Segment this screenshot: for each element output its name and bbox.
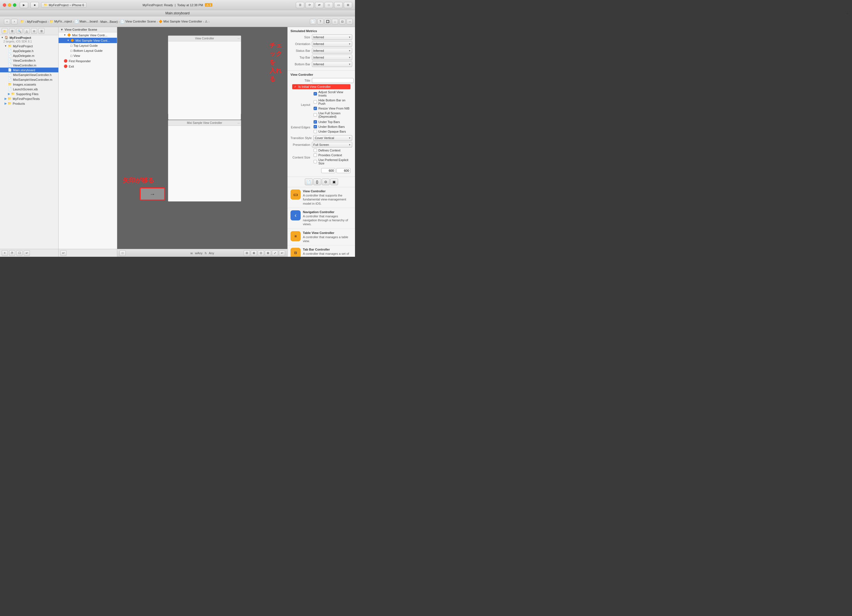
attributes-inspector-btn[interactable]: ↓ — [332, 19, 338, 24]
topbar-dropdown[interactable]: Inferred ▼ — [312, 55, 352, 60]
inspector-tab-clock[interactable]: ⊙ — [322, 179, 330, 185]
warning-badge[interactable]: ⚠ 1 — [205, 3, 213, 7]
nav-appdelegate-h[interactable]: 📄 AppDelegate.h — [0, 48, 58, 53]
breadcrumb-scene[interactable]: 📄 View Controller Scene — [121, 20, 156, 23]
nav-tests[interactable]: ▶ 📁 MyFirstProjectTests — [0, 96, 58, 101]
zoom-in-btn[interactable]: ⊞ — [251, 250, 257, 256]
nav-viewcontroller-m[interactable]: 📄 ViewController.m — [0, 63, 58, 68]
size-value: Inferred — [313, 35, 324, 39]
close-button[interactable] — [3, 3, 6, 7]
scene1-storyboard[interactable]: View Controller — — [168, 35, 241, 114]
is-initial-checkbox[interactable]: ✓ — [294, 85, 297, 89]
nav-mixi-m[interactable]: 📄 MixiSampleViewController.m — [0, 77, 58, 82]
nav-images[interactable]: 📁 Images.xcassets — [0, 82, 58, 87]
view-toggle-1[interactable]: ☰ — [296, 2, 304, 8]
under-opaque-cb[interactable] — [314, 130, 317, 133]
transition-style-dropdown[interactable]: Cover Vertical ▼ — [313, 135, 352, 141]
scene-view[interactable]: □ View — [59, 53, 117, 58]
view-toggle-4[interactable]: □ — [325, 2, 333, 8]
orientation-dropdown[interactable]: Inferred ▼ — [312, 41, 352, 47]
presentation-dropdown[interactable]: Full Screen ▼ — [312, 142, 352, 148]
maximize-button[interactable] — [13, 3, 17, 7]
inspector-tab-file[interactable]: 📄 — [305, 179, 313, 185]
nav-next-button[interactable]: › — [11, 19, 17, 24]
connections-inspector-btn[interactable]: → — [346, 19, 353, 24]
adjust-scroll-cb[interactable]: ✓ — [314, 92, 317, 95]
breadcrumb-project[interactable]: MyFirstProject — [27, 20, 47, 23]
width-input[interactable] — [321, 168, 335, 173]
filter-btn[interactable]: △ — [24, 28, 30, 34]
scene-top-layout[interactable]: □ Top Layout Guide — [59, 43, 117, 48]
size-inspector-btn[interactable]: ⊡ — [339, 19, 346, 24]
git-btn[interactable]: ⊙ — [31, 28, 37, 34]
inspector-tab-grid[interactable]: ▣ — [330, 179, 338, 185]
scene-mixi-root[interactable]: ▼ 🔶 Mixi Sample View Contr... — [59, 32, 117, 38]
breadcrumb-base[interactable]: Main...Base) — [100, 20, 118, 23]
nav-products[interactable]: ▶ 📁 Products — [0, 101, 58, 106]
nav-mixi-h[interactable]: 📄 MixiSampleViewController.h — [0, 72, 58, 77]
provides-context-cb[interactable] — [314, 154, 317, 157]
vc-title-label: Title — [290, 79, 310, 82]
zoom-fit-btn2[interactable]: ⊡ — [258, 250, 264, 256]
view-toggle-6[interactable]: ⊞ — [344, 2, 352, 8]
vc-text: View Controller A controller that suppor… — [303, 190, 352, 206]
folder-btn[interactable]: 📁 — [2, 28, 8, 34]
quick-help-btn[interactable]: ? — [317, 19, 323, 24]
zoom-out-btn[interactable]: ⊟ — [244, 250, 250, 256]
scene-first-responder[interactable]: 🔴 First Responder — [59, 58, 117, 64]
list-btn[interactable]: ☰ — [9, 28, 15, 34]
identity-inspector-btn[interactable]: 🔲 — [325, 19, 331, 24]
scene-exit[interactable]: 🔴 Exit — [59, 64, 117, 69]
clock-btn[interactable]: ☰ — [38, 28, 44, 34]
run-button[interactable]: ▶ — [20, 2, 28, 8]
inspector-tab-code[interactable]: {} — [313, 179, 321, 185]
stop-button[interactable]: ■ — [30, 2, 39, 8]
breadcrumb-controller[interactable]: 🔶 Mixi Sample View Controller — [159, 20, 202, 23]
file-icon: 📄 — [8, 54, 12, 57]
defines-context-cb[interactable] — [314, 149, 317, 152]
scene-outline-header[interactable]: ▼ View Controller Scene — [59, 27, 117, 32]
canvas-area[interactable]: View Controller — チェックを 入れる Mixi Sample … — [117, 27, 287, 257]
file-inspector-btn[interactable]: 📄 — [310, 19, 316, 24]
size-dropdown[interactable]: Inferred ▼ — [312, 35, 352, 40]
minimize-button[interactable] — [8, 3, 11, 7]
nav-main-storyboard[interactable]: 📄 Main.storyboard — [0, 68, 58, 72]
nav-root[interactable]: ▼ 🏠 MyFirstProject — [0, 35, 58, 40]
zoom-fit-btn[interactable]: □ — [119, 250, 125, 256]
filter-btn[interactable]: ⏱ — [9, 250, 15, 256]
scene2-storyboard[interactable]: Mixi Sample View Controller — — [168, 120, 241, 202]
under-bottom-cb[interactable]: ✓ — [314, 125, 317, 128]
use-preferred-cb[interactable] — [314, 160, 317, 163]
nav-prev-button[interactable]: ‹ — [4, 19, 10, 24]
view-toggle-2[interactable]: ⟳ — [305, 2, 314, 8]
hide-bottom-cb[interactable] — [314, 100, 317, 104]
nav-launchscreen[interactable]: 📄 LaunchScreen.xib — [0, 87, 58, 92]
resize-view-cb[interactable]: ✓ — [314, 107, 317, 110]
full-screen-cb[interactable] — [314, 113, 317, 116]
root-icon: 🏠 — [5, 36, 8, 39]
view-toggle-5[interactable]: ▭ — [334, 2, 343, 8]
nav-supporting[interactable]: ▶ 📁 Supporting Files — [0, 92, 58, 96]
back-btn[interactable]: ↩ — [279, 250, 285, 256]
height-input[interactable] — [337, 168, 350, 173]
scene-bottom-layout[interactable]: □ Bottom Layout Guide — [59, 48, 117, 53]
nav-myfirstproject[interactable]: ▼ 📁 MyFirstProject — [0, 44, 58, 48]
bottombar-dropdown[interactable]: Inferred ▼ — [312, 62, 352, 67]
search-btn[interactable]: 🔍 — [17, 28, 23, 34]
scene-mixi-controller[interactable]: ▼ 🔶 Mixi Sample View Cont... — [59, 38, 117, 43]
statusbar-dropdown[interactable]: Inferred ▼ — [312, 48, 352, 53]
nav-viewcontroller-h[interactable]: 📄 ViewController.h — [0, 58, 58, 63]
view-toggle-3[interactable]: ⇄ — [315, 2, 323, 8]
add-file-btn[interactable]: + — [2, 250, 8, 256]
fullscreen-btn[interactable]: ⤢ — [272, 250, 278, 256]
breadcrumb-storyboard[interactable]: 📄 Main....board — [75, 20, 98, 23]
vc-title-input[interactable] — [312, 78, 353, 83]
warnings-btn[interactable]: ☐ — [17, 250, 23, 256]
grid-btn[interactable]: ⊞ — [265, 250, 271, 256]
back-btn[interactable]: ↩ — [24, 250, 30, 256]
back-nav-btn[interactable]: ↩ — [60, 250, 66, 256]
breadcrumb-folder[interactable]: 📁 MyFir...roject — [50, 20, 72, 23]
nav-appdelegate-m[interactable]: 📄 AppDelegate.m — [0, 53, 58, 58]
project-selector[interactable]: 📁 MyFirstProject › iPhone 6 — [41, 2, 86, 8]
under-top-cb[interactable]: ✓ — [314, 120, 317, 124]
